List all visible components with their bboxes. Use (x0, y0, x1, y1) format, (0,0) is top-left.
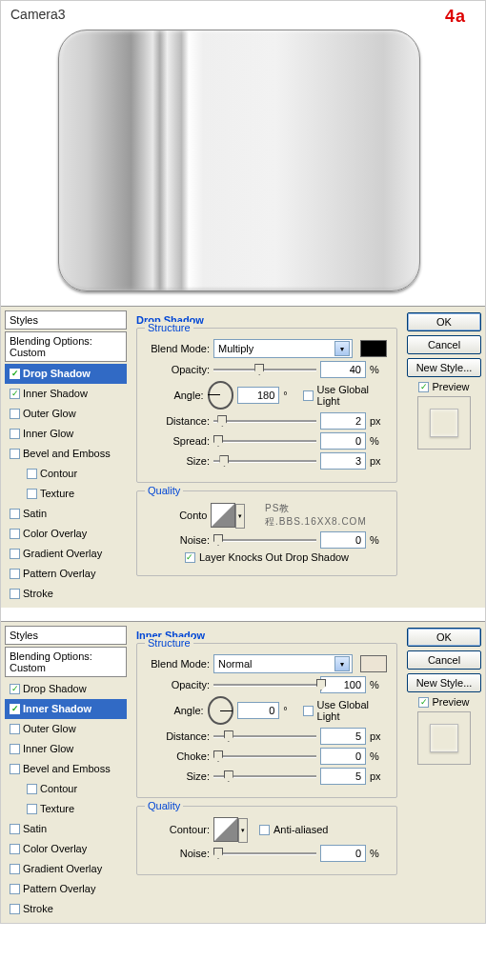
style-item-bevel-and-emboss[interactable]: Bevel and Emboss (5, 759, 127, 779)
style-item-gradient-overlay[interactable]: Gradient Overlay (5, 544, 127, 564)
angle-input[interactable]: 0 (237, 702, 279, 719)
checkbox-icon[interactable] (10, 824, 20, 834)
distance-input[interactable]: 5 (320, 728, 366, 745)
noise-slider[interactable] (213, 536, 316, 544)
noise-input[interactable]: 0 (320, 845, 366, 862)
size-input[interactable]: 3 (320, 452, 366, 470)
checkbox-icon[interactable] (10, 589, 20, 599)
knockout-checkbox[interactable] (185, 552, 195, 563)
noise-input[interactable]: 0 (320, 531, 366, 549)
checkbox-icon[interactable] (10, 904, 20, 914)
blend-mode-select[interactable]: Multiply ▾ (213, 339, 353, 358)
opacity-input[interactable]: 40 (320, 361, 366, 378)
distance-slider[interactable] (213, 732, 316, 740)
checkbox-icon[interactable] (27, 489, 37, 499)
antialias-checkbox[interactable] (259, 825, 270, 835)
style-item-color-overlay[interactable]: Color Overlay (5, 839, 127, 859)
checkbox-icon[interactable] (10, 864, 20, 874)
contour-picker[interactable]: ▾ (211, 503, 234, 528)
checkbox-icon[interactable] (10, 569, 20, 579)
angle-dial[interactable] (208, 696, 233, 725)
preview-inner (430, 409, 458, 437)
distance-slider[interactable] (213, 417, 316, 425)
ok-button[interactable]: OK (407, 312, 481, 331)
checkbox-icon[interactable] (10, 409, 20, 419)
noise-slider[interactable] (213, 850, 316, 857)
checkbox-icon[interactable] (27, 784, 37, 794)
style-item-pattern-overlay[interactable]: Pattern Overlay (5, 564, 127, 584)
style-item-inner-shadow[interactable]: Inner Shadow (5, 699, 127, 719)
checkbox-icon[interactable] (10, 369, 20, 379)
style-item-bevel-and-emboss[interactable]: Bevel and Emboss (5, 444, 127, 464)
style-item-gradient-overlay[interactable]: Gradient Overlay (5, 859, 127, 879)
style-item-stroke[interactable]: Stroke (5, 584, 127, 604)
checkbox-icon[interactable] (10, 844, 20, 854)
checkbox-icon[interactable] (10, 724, 20, 734)
checkbox-icon[interactable] (10, 509, 20, 519)
color-swatch[interactable] (360, 655, 387, 672)
style-item-outer-glow[interactable]: Outer Glow (5, 719, 127, 739)
new-style-button[interactable]: New Style... (407, 673, 481, 692)
spread-input[interactable]: 0 (320, 432, 366, 450)
checkbox-icon[interactable] (10, 684, 20, 694)
checkbox-icon[interactable] (10, 389, 20, 399)
style-item-texture[interactable]: Texture (5, 484, 127, 504)
cancel-button[interactable]: Cancel (407, 650, 481, 670)
style-item-texture[interactable]: Texture (5, 799, 127, 819)
angle-input[interactable]: 180 (237, 387, 279, 404)
style-item-pattern-overlay[interactable]: Pattern Overlay (5, 879, 127, 899)
blending-options-header[interactable]: Blending Options: Custom (5, 647, 127, 677)
styles-header[interactable]: Styles (5, 626, 127, 645)
checkbox-icon[interactable] (10, 744, 20, 754)
style-item-contour[interactable]: Contour (5, 464, 127, 484)
style-item-outer-glow[interactable]: Outer Glow (5, 404, 127, 424)
checkbox-icon[interactable] (27, 469, 37, 479)
preview-checkbox[interactable] (418, 382, 429, 392)
preview-checkbox[interactable] (418, 697, 429, 708)
size-input[interactable]: 5 (320, 768, 366, 785)
styles-header[interactable]: Styles (5, 310, 127, 330)
opacity-input[interactable]: 100 (320, 676, 366, 693)
spread-slider[interactable] (213, 752, 316, 760)
checkbox-icon[interactable] (10, 429, 20, 439)
opacity-slider[interactable] (213, 681, 316, 689)
style-item-contour[interactable]: Contour (5, 779, 127, 799)
style-item-inner-glow[interactable]: Inner Glow (5, 739, 127, 759)
opacity-slider[interactable] (213, 366, 316, 373)
blending-options-header[interactable]: Blending Options: Custom (5, 331, 127, 362)
spread-slider[interactable] (213, 437, 316, 445)
style-item-satin[interactable]: Satin (5, 819, 127, 839)
noise-label: Noise: (147, 534, 210, 546)
style-item-inner-shadow[interactable]: Inner Shadow (5, 384, 127, 404)
checkbox-icon[interactable] (10, 764, 20, 774)
ok-button[interactable]: OK (407, 628, 481, 647)
global-light-checkbox[interactable] (303, 390, 314, 401)
checkbox-icon[interactable] (27, 804, 37, 814)
new-style-button[interactable]: New Style... (407, 358, 481, 377)
style-item-drop-shadow[interactable]: Drop Shadow (5, 364, 127, 384)
style-item-stroke[interactable]: Stroke (5, 899, 127, 919)
checkbox-icon[interactable] (10, 704, 20, 714)
style-item-inner-glow[interactable]: Inner Glow (5, 424, 127, 444)
color-swatch[interactable] (360, 340, 387, 357)
style-item-color-overlay[interactable]: Color Overlay (5, 524, 127, 544)
chevron-down-icon[interactable]: ▾ (238, 818, 248, 843)
global-light-checkbox[interactable] (303, 706, 314, 716)
distance-input[interactable]: 2 (320, 412, 366, 430)
style-item-drop-shadow[interactable]: Drop Shadow (5, 679, 127, 699)
chevron-down-icon[interactable]: ▾ (235, 504, 245, 529)
checkbox-icon[interactable] (10, 884, 20, 894)
blend-mode-select[interactable]: Normal ▾ (213, 654, 353, 673)
angle-dial[interactable] (208, 381, 233, 410)
style-item-satin[interactable]: Satin (5, 504, 127, 524)
cancel-button[interactable]: Cancel (407, 335, 481, 354)
contour-picker[interactable]: ▾ (213, 817, 238, 842)
checkbox-icon[interactable] (10, 449, 20, 459)
checkbox-icon[interactable] (10, 549, 20, 559)
chevron-down-icon[interactable]: ▾ (334, 341, 350, 356)
size-slider[interactable] (213, 772, 316, 780)
chevron-down-icon[interactable]: ▾ (334, 656, 350, 671)
spread-input[interactable]: 0 (320, 748, 366, 765)
checkbox-icon[interactable] (10, 529, 20, 539)
size-slider[interactable] (213, 457, 316, 465)
